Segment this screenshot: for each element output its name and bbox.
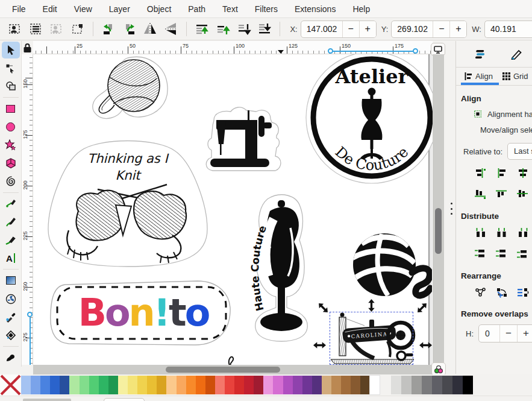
tab-grid[interactable]: Grid (499, 69, 532, 84)
pencil-tool[interactable] (2, 213, 20, 230)
menu-extensions[interactable]: Extensions (286, 2, 344, 16)
color-management-button[interactable] (431, 362, 446, 376)
select-all-button[interactable] (6, 21, 25, 37)
palette-swatch[interactable] (370, 376, 380, 394)
w-input[interactable]: 40.191 (485, 21, 532, 37)
palette-swatch[interactable] (215, 376, 225, 394)
palette-swatch[interactable] (40, 376, 50, 394)
node-tool[interactable] (2, 60, 20, 77)
text-tool[interactable]: A (2, 250, 20, 267)
palette-swatch[interactable] (108, 376, 118, 394)
lower-button[interactable] (234, 21, 253, 37)
menu-edit[interactable]: Edit (34, 2, 66, 16)
palette-swatch[interactable] (283, 376, 293, 394)
tweak-tool[interactable] (2, 349, 20, 366)
sticker-yarn-ball-black[interactable] (345, 230, 432, 300)
palette-swatch[interactable] (331, 376, 341, 394)
no-color-swatch[interactable] (0, 374, 21, 396)
palette-swatch[interactable] (205, 376, 215, 394)
menu-file[interactable]: File (4, 2, 34, 16)
palette-swatch[interactable] (31, 376, 40, 394)
palette-swatch[interactable] (137, 376, 147, 394)
distribute-centers-h-button[interactable] (494, 226, 510, 240)
selection-bounding-box[interactable] (330, 312, 413, 365)
palette-swatch[interactable] (360, 376, 370, 394)
flip-horizontal-button[interactable] (141, 21, 160, 37)
sticker-atelier-badge[interactable]: Atelier De Couture (304, 54, 433, 186)
palette-swatch[interactable] (442, 376, 452, 394)
x-decrement-button[interactable]: − (342, 21, 359, 37)
palette-swatch[interactable] (21, 376, 31, 394)
vertical-ruler[interactable]: 150175200225250275 (22, 54, 33, 365)
palette-swatch[interactable] (50, 376, 60, 394)
rotate-cw-button[interactable] (120, 21, 139, 37)
alignment-handles-row[interactable]: Alignment handles (474, 109, 532, 119)
rearrange-graph-button[interactable] (473, 285, 489, 300)
palette-swatch[interactable] (351, 376, 360, 394)
gradient-tool[interactable] (2, 272, 20, 289)
palette-swatch[interactable] (263, 376, 273, 394)
tab-align[interactable]: Align (461, 69, 499, 84)
palette-swatch[interactable] (186, 376, 196, 394)
palette-swatch[interactable] (391, 376, 401, 394)
align-center-horizontal-button[interactable] (515, 186, 531, 201)
palette-swatch[interactable] (166, 376, 176, 394)
menu-text[interactable]: Text (214, 2, 246, 16)
statusbar-spinbox-fragment[interactable] (104, 398, 145, 401)
distribute-bottom-edges-button[interactable] (515, 246, 531, 260)
x-increment-button[interactable]: + (359, 21, 376, 37)
dropper-tool[interactable] (2, 309, 20, 326)
palette-swatch[interactable] (322, 376, 331, 394)
palette-swatch[interactable] (234, 376, 244, 394)
vertical-scrollbar-thumb[interactable] (435, 208, 442, 254)
palette-swatch[interactable] (225, 376, 234, 394)
align-left-button[interactable] (494, 166, 510, 180)
calligraphy-tool[interactable] (2, 232, 20, 248)
menu-object[interactable]: Object (139, 2, 180, 16)
palette-swatch[interactable] (99, 376, 108, 394)
star-tool[interactable] (2, 137, 20, 154)
x-input[interactable]: 147.002 (301, 21, 342, 37)
align-bottom-anchor-button[interactable] (473, 186, 489, 201)
sticker-yarn-sketch[interactable] (89, 55, 174, 131)
palette-swatch[interactable] (463, 376, 473, 394)
align-center-vertical-button[interactable] (515, 166, 531, 180)
y-increment-button[interactable]: + (449, 21, 466, 37)
deselect-button[interactable] (48, 21, 66, 37)
palette-swatch[interactable] (302, 376, 312, 394)
rectangle-tool[interactable] (2, 100, 20, 117)
menu-path[interactable]: Path (180, 2, 214, 16)
palette-swatch[interactable] (312, 376, 322, 394)
palette-swatch[interactable] (432, 376, 442, 394)
rearrange-exchange-selection-button[interactable] (494, 285, 510, 300)
distribute-centers-v-button[interactable] (494, 246, 510, 260)
ellipse-tool[interactable] (2, 118, 20, 135)
palette-swatch[interactable] (452, 376, 463, 394)
palette-swatch[interactable] (157, 376, 166, 394)
mesh-tool[interactable] (2, 291, 20, 308)
rotate-ccw-button[interactable] (99, 21, 118, 37)
h-gap-input[interactable]: 0 (479, 325, 499, 342)
box-3d-tool[interactable] (2, 155, 20, 172)
palette-swatch[interactable] (60, 376, 69, 394)
align-dialog-icon[interactable] (474, 49, 487, 60)
flip-vertical-button[interactable] (162, 21, 181, 37)
select-all-layers-button[interactable] (27, 21, 45, 37)
palette-swatch[interactable] (147, 376, 157, 394)
lower-to-bottom-button[interactable] (255, 21, 274, 37)
y-input[interactable]: 269.102 (392, 21, 433, 37)
palette-swatch[interactable] (254, 376, 263, 394)
shape-builder-tool[interactable] (2, 78, 20, 95)
palette-swatch[interactable] (293, 376, 302, 394)
selection-span-handle-left[interactable] (328, 48, 333, 54)
h-gap-increment[interactable]: + (517, 325, 532, 342)
cutoff-squiggle[interactable] (225, 354, 238, 365)
selection-span-handle-right[interactable] (413, 48, 418, 54)
palette-swatch[interactable] (80, 376, 89, 394)
edit-dialog-icon[interactable] (510, 49, 524, 60)
align-top-button[interactable] (494, 186, 510, 201)
selection-scale-arrow-right[interactable] (419, 339, 432, 352)
palette-swatch[interactable] (196, 376, 205, 394)
palette-swatch[interactable] (341, 376, 351, 394)
align-anchor-left-button[interactable] (473, 166, 489, 180)
